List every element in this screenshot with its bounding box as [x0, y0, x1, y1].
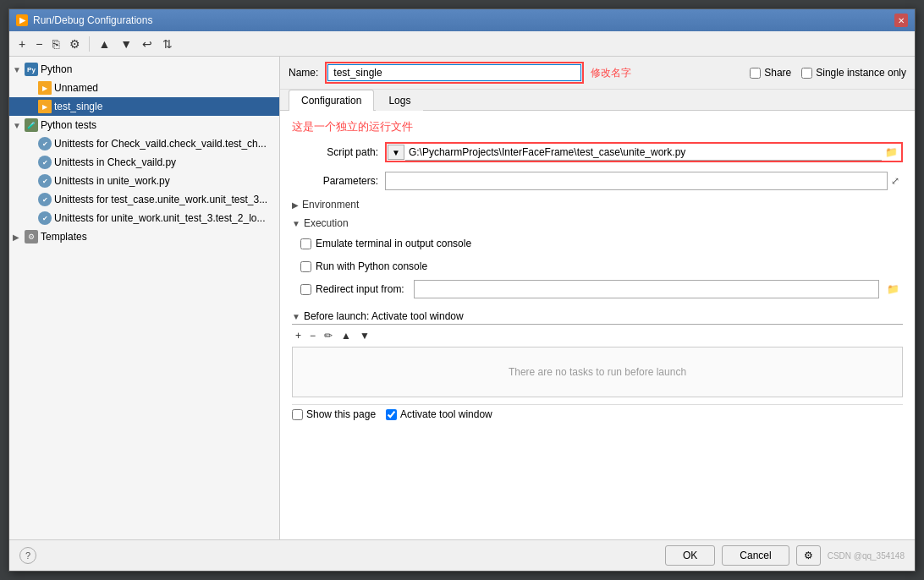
share-checkbox-wrap[interactable]: Share [750, 67, 791, 79]
unnamed-file-icon: ▶ [38, 81, 52, 95]
unittest-1-icon: ✔ [38, 137, 52, 150]
redirect-input-row: Redirect input from: 📁 [300, 280, 903, 298]
emulate-terminal-checkbox[interactable] [300, 238, 311, 249]
unittest-2-icon: ✔ [38, 156, 52, 169]
ok-button[interactable]: OK [665, 545, 715, 566]
activate-tool-wrap[interactable]: Activate tool window [386, 408, 492, 420]
tree-item-test-single[interactable]: ▶ test_single [9, 97, 279, 116]
launch-edit-button[interactable]: ✏ [321, 328, 336, 343]
parameters-label-text: Parameters: [323, 175, 378, 187]
expand-arrow-templates: ▶ [13, 233, 25, 242]
config-tabs: Configuration Logs [280, 90, 915, 111]
emulate-terminal-row: Emulate terminal in output console [300, 234, 903, 253]
tree-group-python-tests[interactable]: ▼ 🧪 Python tests [9, 116, 279, 134]
move-up-button[interactable]: ▲ [94, 35, 114, 53]
activate-tool-label: Activate tool window [400, 408, 492, 420]
right-panel: Name: 修改名字 Share Single instance only [280, 57, 915, 539]
test-single-icon: ▶ [38, 100, 52, 113]
launch-remove-button[interactable]: − [306, 328, 319, 343]
parameters-label: Parameters: [292, 175, 385, 187]
tree-group-python[interactable]: ▼ Py Python [9, 60, 279, 79]
tree-item-unittest-3[interactable]: ✔ Unittests in unite_work.py [9, 172, 279, 190]
name-label: Name: [289, 67, 318, 79]
watermark: CSDN @qq_354148 [828, 551, 905, 561]
tree-item-unittest-5[interactable]: ✔ Unittests for unite_work.unit_test_3.t… [9, 209, 279, 227]
copy-config-button[interactable]: ⎘ [48, 35, 63, 53]
python-group-icon: Py [25, 63, 38, 76]
run-python-console-checkbox[interactable] [300, 261, 311, 272]
sort-button[interactable]: ⇅ [158, 35, 177, 53]
redirect-browse-button[interactable]: 📁 [883, 282, 903, 297]
activate-tool-checkbox[interactable] [386, 409, 397, 420]
env-expand-arrow: ▶ [292, 200, 299, 210]
tree-item-unittest-2[interactable]: ✔ Unittests in Check_vaild.py [9, 153, 279, 172]
header-options: Share Single instance only [750, 67, 906, 79]
tree-item-unnamed[interactable]: ▶ Unnamed [9, 79, 279, 97]
tree-item-unittest-1[interactable]: ✔ Unittests for Check_vaild.check_vaild.… [9, 134, 279, 153]
templates-icon: ⚙ [25, 230, 38, 243]
tree-item-unittest-4[interactable]: ✔ Unittests for test_case.unite_work.uni… [9, 190, 279, 209]
before-launch-label: Before launch: Activate tool window [304, 310, 464, 322]
restore-button[interactable]: ↩ [138, 35, 157, 53]
show-page-label: Show this page [306, 408, 376, 420]
name-input[interactable] [327, 64, 581, 81]
share-label: Share [764, 67, 791, 79]
launch-down-button[interactable]: ▼ [356, 328, 373, 343]
script-path-input[interactable] [405, 145, 882, 161]
show-page-checkbox[interactable] [292, 409, 303, 420]
help-button[interactable]: ? [19, 547, 36, 564]
apply-icon: ⚙ [804, 550, 813, 561]
cancel-button[interactable]: Cancel [722, 545, 789, 566]
launch-up-button[interactable]: ▲ [338, 328, 355, 343]
unittest-2-label: Unittests in Check_vaild.py [54, 156, 176, 168]
unittest-5-icon: ✔ [38, 211, 52, 225]
name-input-wrap [325, 62, 584, 84]
redirect-input-checkbox[interactable] [300, 284, 311, 295]
execution-section-header[interactable]: ▼ Execution [292, 217, 903, 229]
tab-logs[interactable]: Logs [376, 90, 423, 111]
dialog-icon: ▶ [16, 14, 28, 26]
script-type-dropdown[interactable]: ▼ [388, 145, 404, 160]
toolbar-separator [89, 36, 90, 52]
remove-config-button[interactable]: − [31, 35, 47, 53]
launch-add-button[interactable]: + [292, 328, 305, 343]
settings-button[interactable]: ⚙ [65, 35, 85, 53]
templates-label: Templates [41, 231, 87, 243]
environment-section-header[interactable]: ▶ Environment [292, 199, 903, 211]
tab-configuration[interactable]: Configuration [289, 90, 374, 111]
script-path-label: Script path: [292, 146, 385, 158]
unittest-3-label: Unittests in unite_work.py [54, 175, 170, 187]
rename-hint: 修改名字 [591, 66, 631, 80]
python-tests-label: Python tests [41, 119, 96, 131]
parameters-input[interactable] [385, 172, 888, 190]
unittest-5-label: Unittests for unite_work.unit_test_3.tes… [54, 212, 265, 224]
move-down-button[interactable]: ▼ [116, 35, 136, 53]
execution-content: Emulate terminal in output console Run w… [292, 234, 903, 298]
single-instance-label: Single instance only [816, 67, 906, 79]
single-instance-checkbox-wrap[interactable]: Single instance only [801, 67, 906, 79]
share-checkbox[interactable] [750, 68, 761, 79]
single-instance-checkbox[interactable] [801, 68, 812, 79]
apply-button[interactable]: ⚙ [796, 545, 821, 566]
tree-group-templates[interactable]: ▶ ⚙ Templates [9, 227, 279, 246]
title-bar: ▶ Run/Debug Configurations ✕ [9, 9, 915, 31]
unittest-3-icon: ✔ [38, 174, 52, 188]
environment-label: Environment [302, 199, 359, 211]
show-page-wrap[interactable]: Show this page [292, 408, 376, 420]
script-browse-button[interactable]: 📁 [882, 145, 901, 160]
run-python-console-row: Run with Python console [300, 257, 903, 276]
configuration-content: 这是一个独立的运行文件 Script path: ▼ 📁 Parameters: [280, 111, 915, 539]
run-debug-dialog: ▶ Run/Debug Configurations ✕ + − ⎘ ⚙ ▲ ▼… [8, 8, 916, 572]
redirect-input-field[interactable] [414, 280, 879, 298]
unittest-4-icon: ✔ [38, 193, 52, 206]
bottom-options: Show this page Activate tool window [292, 404, 903, 424]
dialog-title: Run/Debug Configurations [33, 14, 152, 26]
add-config-button[interactable]: + [14, 35, 30, 53]
expand-arrow-tests: ▼ [13, 121, 25, 130]
close-button[interactable]: ✕ [894, 14, 908, 27]
execution-label: Execution [304, 217, 349, 229]
unittest-4-label: Unittests for test_case.unite_work.unit_… [54, 194, 267, 205]
script-path-row: Script path: ▼ 📁 [292, 141, 903, 163]
parameters-expand-button[interactable]: ⤢ [888, 173, 903, 189]
run-python-console-label: Run with Python console [316, 260, 427, 272]
